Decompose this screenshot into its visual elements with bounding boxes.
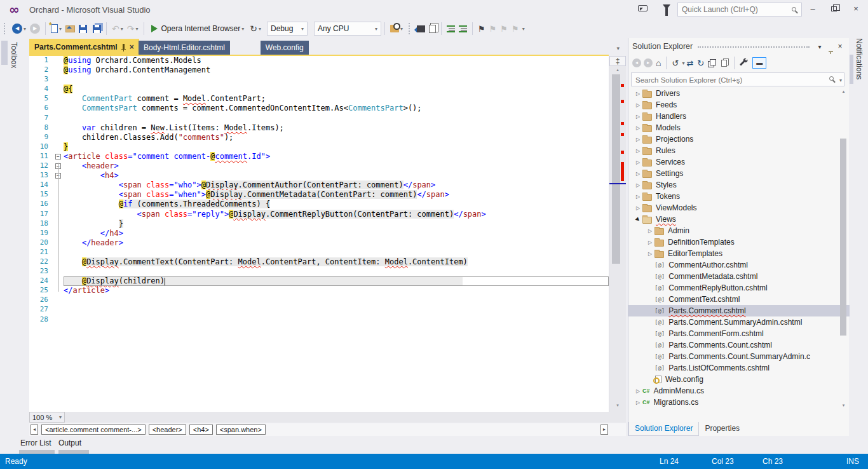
code-line[interactable]: 20 </header>: [29, 238, 609, 248]
code-text[interactable]: [64, 248, 609, 257]
expander-collapsed-icon[interactable]: ▷: [634, 125, 642, 131]
open-file-button[interactable]: [64, 21, 77, 36]
line-number[interactable]: 20: [29, 238, 55, 248]
expander-collapsed-icon[interactable]: ▷: [634, 160, 642, 165]
tab-output[interactable]: Output: [58, 438, 81, 447]
tree-item[interactable]: [@]CommentMetadata.cshtml: [628, 271, 850, 282]
line-number[interactable]: 12: [29, 161, 55, 171]
tree-item[interactable]: [@]CommentReplyButton.cshtml: [628, 282, 850, 294]
line-number[interactable]: 5: [29, 94, 55, 104]
tab-solution-explorer[interactable]: Solution Explorer: [628, 422, 699, 436]
document-list-icon[interactable]: ▾: [616, 45, 620, 51]
close-panel-icon[interactable]: ×: [835, 42, 845, 51]
code-line[interactable]: 26: [29, 296, 609, 305]
line-number[interactable]: 6: [29, 104, 55, 113]
navigate-to-button[interactable]: [415, 21, 427, 36]
editor-split-handle[interactable]: ‡: [609, 56, 626, 66]
toolbar-grip[interactable]: [409, 23, 412, 34]
caret-down-icon[interactable]: ▾: [136, 26, 139, 32]
code-text[interactable]: var children = New.List(Items: Model.Ite…: [64, 123, 609, 133]
tree-item[interactable]: ▷ViewModels: [628, 202, 850, 214]
tree-item[interactable]: ▷Admin: [628, 225, 850, 236]
find-in-files-button[interactable]: ▾: [388, 21, 405, 36]
toggle-bookmark-button[interactable]: ⚑: [476, 21, 487, 36]
code-text[interactable]: @Display(children): [64, 276, 609, 286]
editor-horizontal-scrollbar[interactable]: 100 % ▾: [29, 412, 626, 423]
navigate-forward-button[interactable]: ▶: [28, 21, 42, 36]
code-line[interactable]: 1@using Orchard.Comments.Models: [29, 56, 609, 65]
line-number[interactable]: 28: [29, 315, 55, 325]
code-line[interactable]: 16 @if (comments.ThreadedComments) {: [29, 200, 609, 209]
code-line[interactable]: 8 var children = New.List(Items: Model.I…: [29, 123, 609, 133]
breadcrumb-item[interactable]: <header>: [149, 425, 186, 435]
next-bookmark-button[interactable]: ⚑: [498, 21, 510, 36]
clear-bookmarks-button[interactable]: ⚑: [510, 21, 521, 36]
code-line[interactable]: 7: [29, 114, 609, 123]
line-number[interactable]: 4: [29, 85, 55, 94]
expander-collapsed-icon[interactable]: ▷: [634, 400, 642, 405]
caret-down-icon[interactable]: ▾: [241, 26, 244, 32]
line-number[interactable]: 17: [29, 210, 55, 219]
line-number[interactable]: 8: [29, 123, 55, 133]
code-line[interactable]: 22 @Display.CommentText(ContentPart: Mod…: [29, 257, 609, 267]
code-text[interactable]: [64, 75, 609, 85]
line-number[interactable]: 14: [29, 180, 55, 190]
code-line[interactable]: 17 <span class="reply">@Display.CommentR…: [29, 210, 609, 219]
line-number[interactable]: 18: [29, 219, 55, 229]
line-number[interactable]: 2: [29, 65, 55, 75]
code-text[interactable]: <h4>: [64, 171, 609, 180]
document-tab[interactable]: Parts.Comment.cshtml×: [29, 39, 139, 55]
line-number[interactable]: 13: [29, 171, 55, 180]
tree-item[interactable]: ▷Services: [628, 156, 850, 168]
line-number[interactable]: 25: [29, 286, 55, 296]
solution-explorer-title-bar[interactable]: Solution Explorer ▾ ×: [628, 38, 849, 55]
code-line[interactable]: 28: [29, 315, 609, 325]
forward-icon[interactable]: ▸: [644, 58, 653, 67]
pending-changes-filter-icon[interactable]: ↺: [672, 58, 679, 68]
code-line[interactable]: 5 CommentPart comment = Model.ContentPar…: [29, 94, 609, 104]
sync-with-active-document-icon[interactable]: ⇄: [686, 58, 693, 68]
collapse-all-icon[interactable]: [710, 59, 716, 65]
code-line[interactable]: 23: [29, 267, 609, 276]
caret-down-icon[interactable]: ▾: [259, 26, 261, 32]
tree-item[interactable]: [@]CommentAuthor.cshtml: [628, 259, 850, 271]
save-all-button[interactable]: [89, 21, 103, 36]
code-line[interactable]: 21: [29, 248, 609, 257]
tree-item[interactable]: ▷Styles: [628, 179, 850, 191]
code-line[interactable]: 25</article>: [29, 286, 609, 296]
code-text[interactable]: children.Classes.Add("comments");: [64, 133, 609, 142]
feedback-icon[interactable]: [638, 5, 648, 11]
code-line[interactable]: 6 CommentsPart comments = comment.Commen…: [29, 104, 609, 113]
caret-down-icon[interactable]: ▾: [24, 26, 26, 32]
tree-item[interactable]: ▷Projections: [628, 133, 850, 145]
tab-error-list[interactable]: Error List: [20, 438, 51, 447]
expander-collapsed-icon[interactable]: ▷: [634, 388, 642, 394]
code-text[interactable]: [64, 267, 609, 276]
tree-item[interactable]: [@]Parts.Comment.SummaryAdmin.cshtml: [628, 316, 850, 328]
code-line[interactable]: 13− <h4>: [29, 171, 609, 180]
copy-structure-button[interactable]: [427, 21, 438, 36]
code-text[interactable]: CommentPart comment = Model.ContentPart;: [64, 94, 609, 104]
code-line[interactable]: 24 @Display(children): [29, 276, 609, 286]
code-line[interactable]: 9 children.Classes.Add("comments");: [29, 133, 609, 142]
expander-collapsed-icon[interactable]: ▷: [634, 148, 642, 154]
preview-selected-items-toggle[interactable]: ▬: [752, 57, 766, 69]
scrollbar-thumb[interactable]: [840, 139, 846, 336]
code-text[interactable]: @{: [64, 85, 609, 94]
code-text[interactable]: @Display.CommentText(ContentPart: Model.…: [64, 257, 609, 267]
back-icon[interactable]: ◂: [632, 58, 641, 67]
scrollbar-thumb[interactable]: [612, 74, 620, 264]
editor-vertical-scrollbar[interactable]: ‡ ▴ ▾: [609, 56, 626, 412]
line-number[interactable]: 27: [29, 305, 55, 315]
line-number[interactable]: 1: [29, 56, 55, 65]
expander-collapsed-icon[interactable]: ▷: [646, 240, 654, 245]
expander-collapsed-icon[interactable]: ▷: [646, 228, 654, 234]
redo-button[interactable]: ↷▾: [125, 21, 140, 36]
line-number[interactable]: 26: [29, 296, 55, 305]
home-icon[interactable]: ⌂: [656, 58, 661, 68]
solution-configuration-select[interactable]: Debug▾: [267, 22, 308, 36]
code-text[interactable]: }: [64, 219, 609, 229]
solution-platform-select[interactable]: Any CPU▾: [314, 22, 381, 36]
scroll-down-icon[interactable]: ▾: [839, 403, 848, 408]
tree-item[interactable]: [@]Parts.Comment.cshtml: [628, 305, 850, 316]
